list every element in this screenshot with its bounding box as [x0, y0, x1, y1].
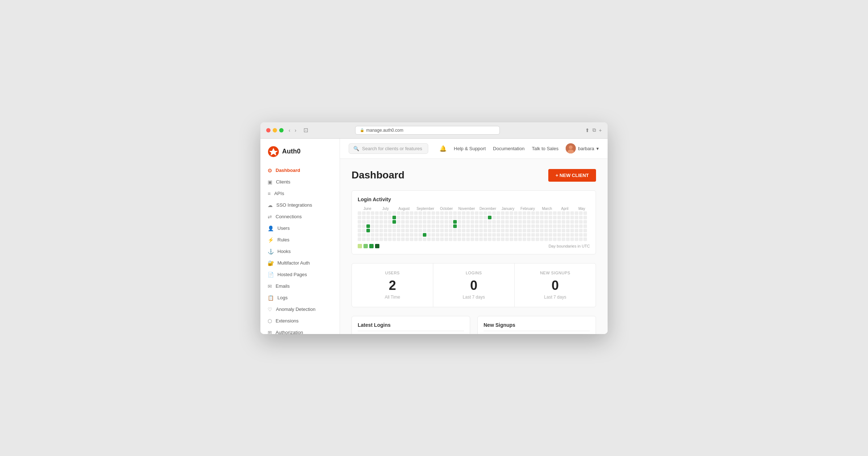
sidebar-item-users[interactable]: 👤 Users	[260, 223, 340, 234]
heatmap-col	[523, 211, 526, 241]
heatmap-cell	[518, 216, 522, 219]
heatmap-cell	[388, 233, 392, 237]
heatmap-cell	[484, 216, 487, 219]
sidebar-item-apis[interactable]: ≡ APIs	[260, 188, 340, 199]
heatmap-cell	[384, 211, 387, 215]
heatmap-cell	[423, 220, 426, 224]
heatmap-cell	[510, 237, 513, 241]
help-support-link[interactable]: Help & Support	[454, 146, 486, 151]
heatmap-cell	[466, 216, 470, 219]
heatmap-cell	[414, 216, 418, 219]
talk-to-sales-link[interactable]: Talk to Sales	[532, 146, 558, 151]
sidebar-item-clients[interactable]: ▣ Clients	[260, 176, 340, 188]
user-menu[interactable]: barbara ▾	[566, 143, 599, 153]
sidebar-item-anomaly[interactable]: ♡ Anomaly Detection	[260, 304, 340, 315]
heatmap-cell	[518, 233, 522, 237]
heatmap-cell	[510, 224, 513, 228]
minimize-button[interactable]	[273, 128, 277, 132]
heatmap-col	[527, 211, 531, 241]
username-label: barbara	[578, 146, 594, 151]
heatmap-col	[570, 211, 574, 241]
sidebar-item-extensions[interactable]: ⬡ Extensions	[260, 315, 340, 327]
notifications-icon[interactable]: 🔔	[439, 145, 447, 152]
documentation-link[interactable]: Documentation	[493, 146, 524, 151]
heatmap-cell	[449, 233, 452, 237]
sidebar-item-connections[interactable]: ⇄ Connections	[260, 211, 340, 223]
login-activity-title: Login Activity	[358, 197, 590, 202]
stat-signups-value: 0	[522, 278, 588, 293]
heatmap-cell	[492, 216, 496, 219]
heatmap-col	[449, 211, 452, 241]
heatmap-cell	[570, 224, 574, 228]
heatmap-col	[427, 211, 431, 241]
heatmap-cell	[523, 233, 526, 237]
sidebar-item-dashboard[interactable]: ⊙ Dashboard	[260, 165, 340, 176]
heatmap-cell	[392, 220, 396, 224]
heatmap-cell	[562, 237, 565, 241]
search-bar[interactable]: 🔍 Search for clients or features	[349, 143, 428, 154]
stat-signups-label: NEW SIGNUPS	[522, 271, 588, 275]
heatmap-cell	[514, 211, 518, 215]
heatmap-cell	[544, 224, 548, 228]
heatmap-col	[479, 211, 483, 241]
heatmap-cell	[388, 211, 392, 215]
heatmap-col	[562, 211, 565, 241]
tabs-button[interactable]: ⧉	[592, 127, 596, 133]
close-button[interactable]	[266, 128, 271, 132]
sidebar-item-hooks[interactable]: ⚓ Hooks	[260, 246, 340, 257]
heatmap-cell	[557, 211, 561, 215]
heatmap-cell	[505, 229, 509, 232]
browser-actions: ⬆ ⧉ +	[585, 127, 602, 133]
add-tab-button[interactable]: +	[599, 127, 602, 133]
sidebar-item-logs[interactable]: 📋 Logs	[260, 292, 340, 304]
maximize-button[interactable]	[279, 128, 284, 132]
heatmap-cell	[366, 211, 370, 215]
stat-logins-label: LOGINS	[441, 271, 507, 275]
heatmap-cell	[527, 216, 531, 219]
heatmap-col	[579, 211, 583, 241]
heatmap-cell	[384, 216, 387, 219]
back-button[interactable]: ‹	[287, 127, 292, 134]
heatmap-cell	[479, 224, 483, 228]
sidebar-item-emails[interactable]: ✉ Emails	[260, 280, 340, 292]
sidebar-item-authorization[interactable]: ⊞ Authorization	[260, 327, 340, 334]
heatmap-cell	[570, 237, 574, 241]
sidebar-item-sso[interactable]: ☁ SSO Integrations	[260, 199, 340, 211]
address-bar[interactable]: 🔒 manage.auth0.com	[355, 126, 500, 135]
heatmap-cell	[449, 224, 452, 228]
heatmap-cell	[492, 211, 496, 215]
heatmap-cell	[479, 233, 483, 237]
sidebar-item-rules[interactable]: ⚡ Rules	[260, 234, 340, 246]
forward-button[interactable]: ›	[293, 127, 298, 134]
heatmap-cell	[523, 220, 526, 224]
heatmap-cell	[536, 237, 539, 241]
heatmap-cell	[392, 216, 396, 219]
heatmap-cell	[371, 229, 374, 232]
stats-row: USERS 2 All Time LOGINS 0 Last 7 days NE…	[352, 263, 596, 307]
sidebar-label-authorization: Authorization	[276, 330, 303, 334]
heatmap-cell	[531, 229, 535, 232]
month-march: March	[538, 207, 556, 211]
share-button[interactable]: ⬆	[585, 127, 590, 133]
sidebar-item-hosted-pages[interactable]: 📄 Hosted Pages	[260, 269, 340, 280]
heatmap-cell	[501, 211, 505, 215]
heatmap-cell	[379, 237, 383, 241]
heatmap-cell	[375, 224, 379, 228]
heatmap-cell	[371, 237, 374, 241]
sidebar-label-dashboard: Dashboard	[276, 168, 300, 173]
app-name: Auth0	[282, 148, 301, 155]
heatmap-cell	[466, 233, 470, 237]
new-client-button[interactable]: + NEW CLIENT	[548, 169, 596, 182]
heatmap-cell	[379, 211, 383, 215]
heatmap-col	[366, 211, 370, 241]
heatmap-cell	[405, 237, 409, 241]
auth0-logo-icon	[268, 146, 279, 157]
reader-mode-button[interactable]: ⊡	[301, 126, 310, 134]
sidebar-item-mfa[interactable]: 🔐 Multifactor Auth	[260, 257, 340, 269]
heatmap-cell	[479, 211, 483, 215]
hosted-pages-icon: 📄	[268, 272, 274, 278]
heatmap-cell	[453, 211, 457, 215]
heatmap-legend	[358, 244, 379, 248]
heatmap-cell	[557, 233, 561, 237]
heatmap-cell	[471, 211, 474, 215]
